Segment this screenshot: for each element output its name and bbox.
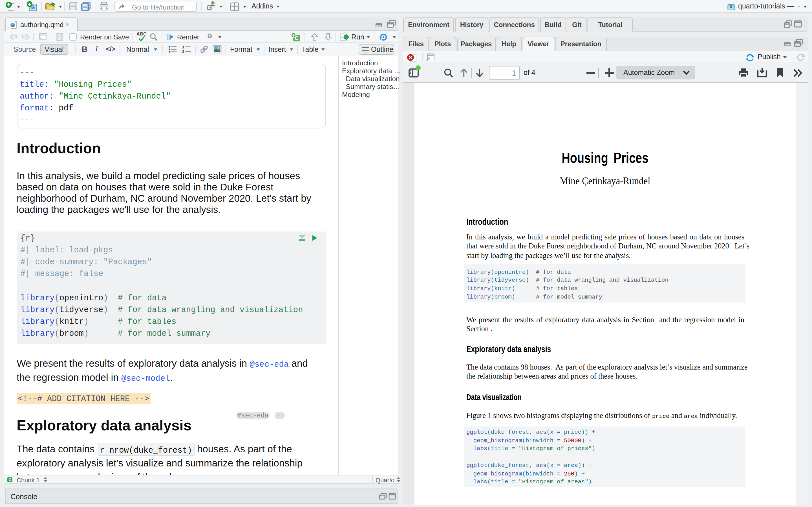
svg-text:R: R: [729, 4, 733, 9]
svg-text:1: 1: [182, 45, 185, 49]
svg-text:G: G: [206, 3, 212, 12]
svg-text:2: 2: [182, 49, 185, 54]
